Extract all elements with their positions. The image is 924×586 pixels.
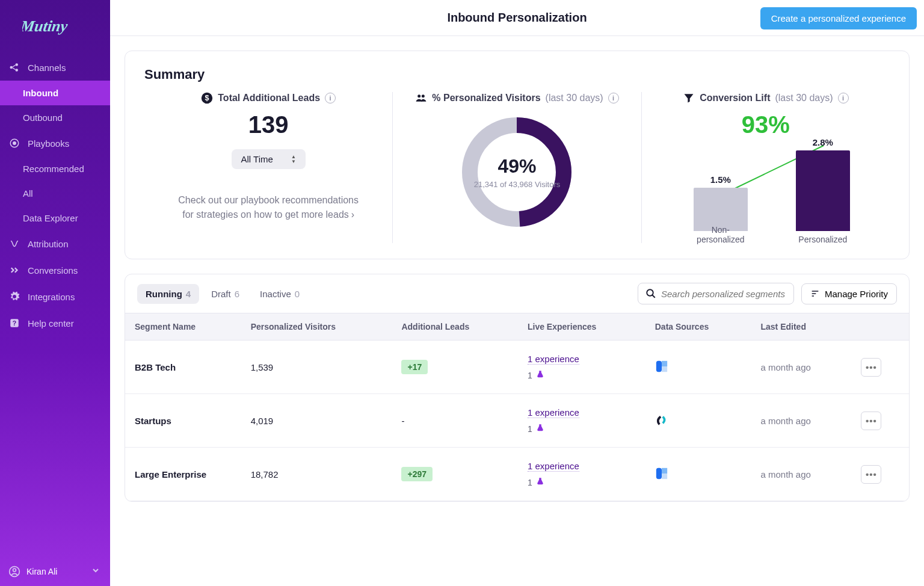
svg-line-5 [13,68,16,70]
table-row[interactable]: B2B Tech1,539+171 experience1a month ago… [125,341,909,394]
time-range-select[interactable]: All Time ▲▼ [232,149,306,169]
sidebar-item-playbooks[interactable]: Playbooks [0,130,110,156]
manage-priority-button[interactable]: Manage Priority [801,283,897,304]
flask-icon [536,424,544,434]
manage-label: Manage Priority [825,289,888,299]
nav-label: Inbound [23,88,58,98]
sidebar: Mutiny ChannelsInboundOutboundPlaybooksR… [0,0,110,586]
row-menu-button[interactable]: ••• [861,465,881,484]
segments-table: Segment NamePersonalized VisitorsAdditio… [125,313,909,501]
leads-pill: +17 [401,360,428,374]
visitors-cell: 1,539 [241,341,392,394]
table-row[interactable]: Startups4,019-1 experience1a month ago••… [125,394,909,448]
edited-cell: a month ago [751,448,852,501]
tab-label: Running [146,289,182,299]
column-header: Personalized Visitors [241,313,392,341]
user-name: Kiran Ali [26,567,85,576]
brand-logo: Mutiny [0,0,110,54]
svg-rect-24 [656,360,662,371]
search-input[interactable] [638,283,794,304]
experience-link[interactable]: 1 experience [528,407,579,418]
svg-rect-29 [662,473,667,479]
help-icon: ? [8,317,20,329]
svg-point-2 [16,63,19,66]
leads-cell: - [392,394,517,448]
sidebar-item-inbound[interactable]: Inbound [0,81,110,105]
info-icon[interactable]: i [608,93,619,103]
sidebar-item-integrations[interactable]: Integrations [0,283,110,310]
nav-label: Channels [28,63,66,73]
tab-inactive[interactable]: Inactive0 [251,284,308,304]
column-header: Segment Name [125,313,241,341]
donut-sub: 21,341 of 43,968 Visitors [474,180,561,189]
nav-label: Outbound [23,113,63,123]
sidebar-item-channels[interactable]: Channels [0,54,110,81]
sidebar-item-recommended[interactable]: Recommended [0,156,110,181]
segment-name: B2B Tech [125,341,241,394]
edited-cell: a month ago [751,341,852,394]
bar-label: Non-personalized [694,225,748,244]
nav: ChannelsInboundOutboundPlaybooksRecommen… [0,54,110,557]
nav-label: All [23,188,33,199]
stat-label: Total Additional Leads [218,93,320,103]
search-icon [645,288,656,299]
svg-point-7 [13,142,16,145]
leads-pill: +297 [401,467,433,481]
experience-link[interactable]: 1 experience [528,461,579,472]
flow-icon [8,238,20,250]
sidebar-item-help-center[interactable]: ?Help center [0,310,110,336]
flask-icon [536,477,544,487]
info-icon[interactable]: i [838,93,849,103]
info-icon[interactable]: i [325,93,336,103]
nav-label: Conversions [28,265,78,276]
nav-label: Attribution [28,239,69,249]
datasource-icon [655,413,668,427]
chevrons-icon [8,264,20,276]
nav-label: Help center [28,318,74,328]
lift-chart: 1.5% Non-personalized 2.8% Personalized [670,135,862,243]
datasource-icon [655,467,668,480]
page-title: Inbound Personalization [447,11,587,25]
row-menu-button[interactable]: ••• [861,412,881,430]
sidebar-item-conversions[interactable]: Conversions [0,257,110,283]
svg-point-15 [422,94,425,97]
leads-value: 139 [248,111,289,138]
svg-rect-27 [656,467,662,478]
datasource-icon [655,360,668,373]
user-menu[interactable]: Kiran Ali [0,557,110,586]
svg-rect-26 [662,366,667,372]
donut-chart: 49% 21,341 of 43,968 Visitors [460,115,574,229]
funnel-icon [683,92,695,104]
create-experience-button[interactable]: Create a personalized experience [760,7,917,29]
tab-count: 0 [295,289,300,299]
experience-link[interactable]: 1 experience [528,354,579,365]
row-menu-button[interactable]: ••• [861,358,881,377]
experiences-cell: 1 experience1 [518,448,645,501]
sidebar-item-attribution[interactable]: Attribution [0,230,110,257]
table-row[interactable]: Large Enterprise18,782+2971 experience1a… [125,448,909,501]
nav-label: Playbooks [28,138,69,149]
user-icon [8,566,20,578]
sidebar-item-all[interactable]: All [0,181,110,206]
stat-label: Conversion Lift [700,93,770,103]
search-field[interactable] [661,289,786,299]
segments-toolbar: Running4Draft6Inactive0 Manage Priority [125,274,909,313]
stat-visitors: % Personalized Visitors (last 30 days) i… [393,92,641,243]
playbook-tip[interactable]: Check out our playbook recommendations f… [178,193,359,222]
sidebar-item-outbound[interactable]: Outbound [0,105,110,130]
main: Inbound Personalization Create a persona… [110,0,924,586]
tab-running[interactable]: Running4 [137,284,199,304]
svg-point-3 [16,69,19,72]
donut-pct: 49% [497,155,536,177]
range-label: All Time [241,154,273,164]
column-header: Data Sources [645,313,751,341]
playbook-icon [8,137,20,149]
sidebar-item-data-explorer[interactable]: Data Explorer [0,206,110,230]
topbar: Inbound Personalization Create a persona… [110,0,924,36]
stepper-icon: ▲▼ [291,155,296,164]
tab-draft[interactable]: Draft6 [203,284,248,304]
chevron-right-icon: › [351,209,354,220]
visitors-cell: 18,782 [241,448,392,501]
stat-leads: $ Total Additional Leads i 139 All Time … [144,92,393,243]
svg-text:?: ? [13,319,16,327]
